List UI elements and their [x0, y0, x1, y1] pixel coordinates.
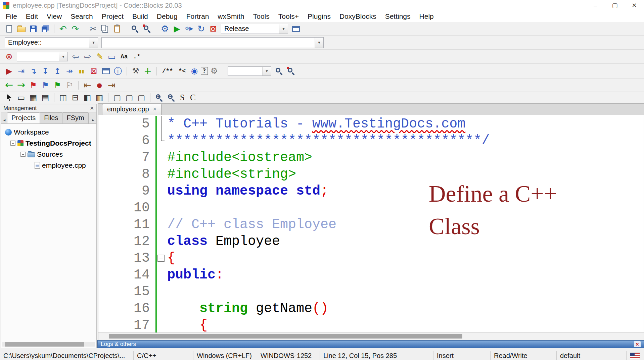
next-instruction-icon[interactable]: ↠: [64, 66, 75, 76]
step-into-icon[interactable]: ↧: [40, 66, 51, 76]
code-line-16[interactable]: 16 string getName(): [98, 300, 644, 317]
tabs-scroll-right-icon[interactable]: ▸: [90, 116, 96, 123]
line-number[interactable]: 9: [98, 183, 155, 200]
text-image-tool-icon[interactable]: ▤: [40, 92, 51, 103]
various-info-icon[interactable]: ⓘ: [112, 66, 124, 76]
management-close-icon[interactable]: ✕: [90, 105, 94, 111]
class-tool-button[interactable]: C: [188, 93, 198, 102]
editor-hscrollbar-thumb[interactable]: [109, 334, 462, 339]
build-target-combo[interactable]: Release▾: [221, 24, 288, 34]
run-to-cursor-icon[interactable]: ⇥: [15, 66, 27, 76]
next-bookmark-icon[interactable]: ⚑: [52, 80, 63, 91]
menu-plugins[interactable]: Plugins: [303, 12, 335, 20]
build-and-run-icon[interactable]: ⚙▶: [183, 23, 195, 34]
menu-tools[interactable]: Tools: [249, 12, 274, 20]
regex-button[interactable]: .*: [131, 53, 143, 60]
tree-item-employee-cpp[interactable]: employee.cpp: [1, 160, 96, 171]
prev-bookmark-icon[interactable]: ⚑: [40, 80, 51, 91]
fold-toggle-icon[interactable]: [157, 255, 165, 262]
line-number[interactable]: 12: [98, 233, 155, 250]
run-icon[interactable]: ▶: [171, 23, 183, 34]
incsearch-combo[interactable]: ▾: [17, 52, 68, 61]
incsearch-clear-icon[interactable]: ⊗: [3, 51, 15, 62]
code-line-8[interactable]: 8#include<string>: [98, 166, 644, 183]
management-tab-files[interactable]: Files: [40, 112, 62, 123]
line-number[interactable]: 7: [98, 149, 155, 166]
management-hscrollbar[interactable]: [2, 342, 95, 347]
line-number[interactable]: 14: [98, 267, 155, 284]
browse-forward-icon[interactable]: →: [15, 80, 27, 91]
browse-back-icon[interactable]: ←: [3, 80, 15, 91]
tree-item-testingdocsproject[interactable]: −TestingDocsProject: [1, 138, 96, 149]
thread-search-options-icon[interactable]: [285, 66, 297, 76]
line-number[interactable]: 15: [98, 284, 155, 300]
menu-settings[interactable]: Settings: [381, 12, 415, 20]
menu-doxyblocks[interactable]: DoxyBlocks: [335, 12, 381, 20]
plugin-tool-icon-2[interactable]: +: [142, 66, 153, 76]
undo-icon[interactable]: ↶: [57, 23, 69, 34]
rectangle-tool-icon[interactable]: ▭: [15, 92, 27, 103]
code-line-12[interactable]: 12class Employee: [98, 233, 644, 250]
code-line-17[interactable]: 17 {: [98, 317, 644, 332]
stop-debugger-icon[interactable]: ⊠: [88, 66, 99, 76]
debug-continue-icon[interactable]: ▶: [3, 66, 15, 76]
code-line-10[interactable]: 10: [98, 200, 644, 216]
menu-build[interactable]: Build: [128, 12, 152, 20]
replace-icon[interactable]: [141, 23, 153, 34]
frame-tool-icon-1[interactable]: ▢: [111, 92, 123, 103]
chevron-down-icon[interactable]: ▾: [279, 24, 288, 34]
tree-expander-icon[interactable]: −: [20, 152, 26, 157]
line-number[interactable]: 10: [98, 200, 155, 216]
frame-tool-icon-3[interactable]: ▢: [136, 92, 147, 103]
management-hscrollbar-thumb[interactable]: [5, 342, 84, 347]
build-icon[interactable]: ⚙: [159, 23, 171, 34]
layout-tool-icon-1[interactable]: ◫: [57, 92, 69, 103]
selected-text-only-icon[interactable]: ▭: [106, 51, 118, 62]
menu-tools-plus[interactable]: Tools+: [274, 12, 303, 20]
doxyblocks-settings-icon[interactable]: ⚙: [209, 66, 220, 76]
chevron-down-icon[interactable]: ▾: [315, 38, 323, 48]
doxyblocks-help-button[interactable]: ?: [201, 67, 208, 75]
menu-fortran[interactable]: Fortran: [182, 12, 214, 20]
thread-search-combo[interactable]: ▾: [228, 66, 271, 76]
tab-close-icon[interactable]: ×: [153, 106, 157, 113]
layout-tool-icon-4[interactable]: ▥: [94, 92, 105, 103]
editor-hscrollbar[interactable]: [98, 332, 644, 340]
code-line-13[interactable]: 13{: [98, 250, 644, 267]
minimize-button[interactable]: –: [586, 0, 605, 11]
zoom-in-icon[interactable]: [153, 92, 165, 103]
tree-item-workspace[interactable]: Workspace: [1, 126, 96, 138]
line-number[interactable]: 6: [98, 133, 155, 149]
highlight-occurrences-icon[interactable]: ✎: [94, 51, 105, 62]
chevron-down-icon[interactable]: ▾: [89, 38, 98, 48]
jump-forward-icon[interactable]: ⇥: [106, 80, 117, 91]
line-number[interactable]: 11: [98, 216, 155, 233]
menu-help[interactable]: Help: [415, 12, 438, 20]
menu-file[interactable]: File: [1, 12, 21, 20]
doxyblocks-line-comment-button[interactable]: *<: [176, 68, 188, 74]
tabs-scroll-left-icon[interactable]: ◂: [2, 116, 7, 123]
management-tab-fsym[interactable]: FSym: [62, 112, 88, 123]
layout-tool-icon-3[interactable]: ◧: [82, 92, 93, 103]
logs-panel-header[interactable]: Logs & others ✕: [97, 340, 644, 348]
menu-project[interactable]: Project: [97, 12, 128, 20]
debugging-windows-icon[interactable]: [100, 66, 111, 76]
code-line-7[interactable]: 7#include<iostream>: [98, 149, 644, 166]
rebuild-icon[interactable]: ↻: [195, 23, 207, 34]
thread-search-icon[interactable]: [273, 66, 285, 76]
editor-tab-employee-cpp[interactable]: employee.cpp ×: [102, 104, 162, 115]
copy-icon[interactable]: [99, 23, 111, 34]
menu-view[interactable]: View: [42, 12, 66, 20]
code-line-11[interactable]: 11// C++ class Employee: [98, 216, 644, 233]
menu-search[interactable]: Search: [66, 12, 97, 20]
code-line-15[interactable]: 15: [98, 284, 644, 300]
maximize-button[interactable]: ▢: [605, 0, 625, 11]
clear-bookmarks-icon[interactable]: ⚐: [64, 80, 75, 91]
chevron-down-icon[interactable]: ▾: [59, 52, 67, 61]
break-debugger-icon[interactable]: ▮▮: [76, 66, 87, 76]
plugin-tool-icon-1[interactable]: ⚒: [130, 66, 141, 76]
jump-record-icon[interactable]: ●: [94, 80, 105, 91]
doxyblocks-run-icon[interactable]: ◉: [189, 66, 200, 76]
paste-icon[interactable]: [111, 23, 123, 34]
code-line-9[interactable]: 9using namespace std;: [98, 183, 644, 200]
